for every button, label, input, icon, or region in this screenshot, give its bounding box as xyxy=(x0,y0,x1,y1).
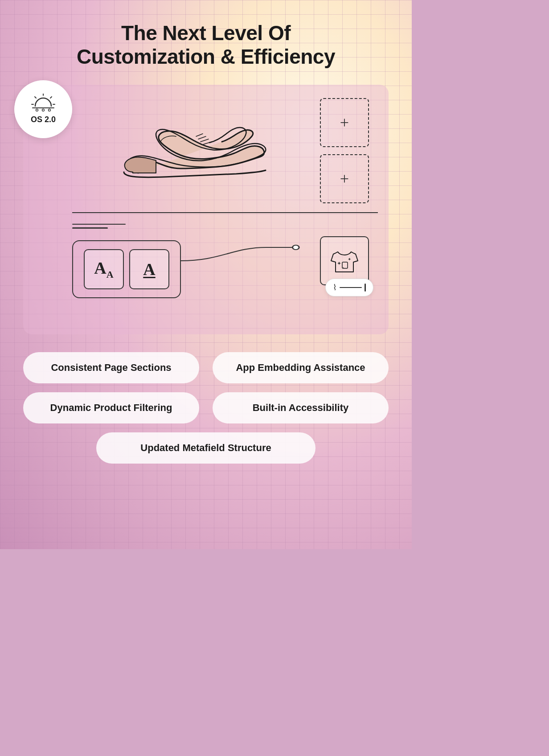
svg-text:✦: ✦ xyxy=(348,257,351,262)
svg-line-2 xyxy=(50,97,52,98)
svg-text:✦: ✦ xyxy=(337,260,341,267)
features-section: Consistent Page Sections App Embedding A… xyxy=(23,352,389,464)
shirt-box: ✦ ✦ ⬩ xyxy=(320,236,369,285)
typo-a-underlined-text: A xyxy=(143,259,155,279)
cursor-line xyxy=(340,287,362,288)
feature-pill-accessibility: Built-in Accessibility xyxy=(213,392,389,423)
svg-line-1 xyxy=(35,97,36,98)
svg-line-10 xyxy=(198,136,206,139)
os-badge-icon xyxy=(31,94,56,114)
menu-line-2 xyxy=(72,227,108,229)
feature-pill-dynamic-filtering: Dynamic Product Filtering xyxy=(23,392,199,423)
svg-line-9 xyxy=(196,134,203,136)
svg-line-11 xyxy=(201,139,209,142)
bottom-left-content: AA A xyxy=(72,224,181,298)
cursor-bar xyxy=(365,284,366,292)
main-container: The Next Level Of Customization & Effici… xyxy=(0,0,412,549)
feature-label-dynamic-filtering: Dynamic Product Filtering xyxy=(50,402,172,414)
typo-aa-text: AA xyxy=(94,258,113,280)
menu-lines xyxy=(72,224,126,229)
typo-card-a-underlined: A xyxy=(129,249,169,289)
feature-pill-consistent: Consistent Page Sections xyxy=(23,352,199,383)
shirt-icon: ✦ ✦ ⬩ xyxy=(329,245,360,276)
top-section: + + xyxy=(72,98,378,213)
cursor-pill: ⌇ xyxy=(325,279,373,296)
os-badge-label: OS 2.0 xyxy=(31,115,56,124)
shoe-illustration xyxy=(120,106,272,195)
shoe-area xyxy=(72,106,320,195)
typography-box: AA A xyxy=(72,240,181,298)
cursor-swirl-icon: ⌇ xyxy=(333,283,337,292)
menu-line-1 xyxy=(72,224,126,225)
svg-point-8 xyxy=(49,109,51,111)
title-line1: The Next Level Of xyxy=(121,21,291,45)
dashed-box-1: + xyxy=(320,98,369,147)
svg-point-7 xyxy=(42,109,45,111)
connector-shirt-area: ✦ ✦ ⬩ ⌇ xyxy=(181,225,378,296)
page-title: The Next Level Of Customization & Effici… xyxy=(77,21,335,69)
illustration-area: OS 2.0 xyxy=(23,85,389,334)
dashed-box-2: + xyxy=(320,154,369,203)
feature-label-app-embedding: App Embedding Assistance xyxy=(236,362,365,374)
bottom-section: AA A xyxy=(72,213,378,298)
svg-point-13 xyxy=(292,245,299,250)
feature-pill-metafield: Updated Metafield Structure xyxy=(96,432,315,464)
dashed-boxes-container: + + xyxy=(320,98,369,203)
feature-label-accessibility: Built-in Accessibility xyxy=(253,402,349,414)
typo-card-aa: AA xyxy=(84,249,124,289)
feature-pill-app-embedding: App Embedding Assistance xyxy=(213,352,389,383)
svg-point-6 xyxy=(36,109,38,111)
feature-label-consistent: Consistent Page Sections xyxy=(51,362,171,374)
feature-label-metafield: Updated Metafield Structure xyxy=(140,442,271,454)
svg-line-12 xyxy=(203,142,212,144)
os-badge: OS 2.0 xyxy=(14,80,72,138)
title-line2: Customization & Efficiency xyxy=(77,45,335,68)
